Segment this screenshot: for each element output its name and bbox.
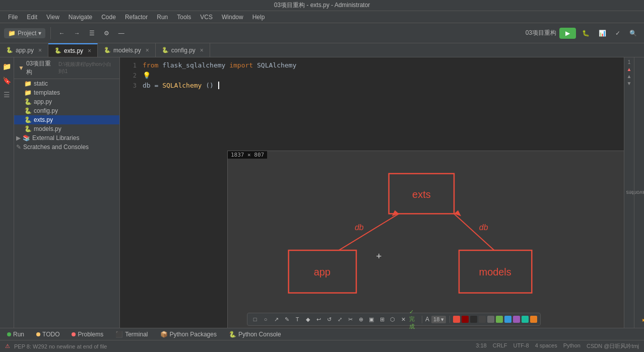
color-gray[interactable]: [479, 316, 486, 323]
settings-button[interactable]: ⚙: [101, 28, 112, 38]
pkg-icon: 📦: [160, 331, 168, 338]
code-content[interactable]: 1 from flask_sqlalchemy import SQLAlchem…: [120, 57, 624, 328]
menu-window[interactable]: Window: [218, 13, 247, 22]
indent[interactable]: 4 spaces: [535, 342, 557, 350]
db-label-left: db: [355, 223, 364, 232]
run-bottom-btn[interactable]: Run: [4, 330, 27, 339]
nav-up[interactable]: ▲: [627, 74, 632, 79]
code-line-1: 1 from flask_sqlalchemy import SQLAlchem…: [120, 61, 624, 72]
terminal-btn[interactable]: ⬛ Terminal: [112, 330, 151, 339]
menu-edit[interactable]: Edit: [23, 13, 41, 22]
toggle-button[interactable]: ☰: [86, 28, 98, 38]
line-content-2: 💡: [143, 72, 151, 82]
tree-models-py-label: models.py: [34, 125, 61, 132]
tool-shape[interactable]: ◆: [303, 315, 312, 324]
font-size-control: A 18 ▾: [422, 316, 446, 323]
project-badge[interactable]: 📁 Project ▾: [4, 28, 45, 38]
font-size-value[interactable]: 18 ▾: [431, 316, 446, 323]
menu-navigate[interactable]: Navigate: [65, 13, 96, 22]
menu-run[interactable]: Run: [153, 13, 172, 22]
tab-models-py[interactable]: 🐍 models.py ×: [98, 43, 156, 57]
tree-exts-py[interactable]: 🐍 exts.py: [14, 115, 119, 124]
menu-code[interactable]: Code: [97, 13, 120, 22]
coverage-button[interactable]: ✓: [612, 28, 623, 38]
toolbar-separator: [50, 27, 51, 39]
nav-down[interactable]: ▼: [627, 81, 632, 86]
run-button[interactable]: ▶: [559, 28, 576, 39]
project-folder-icon: ▼: [18, 64, 24, 72]
run-config: 03项目重构: [526, 29, 556, 37]
tool-hex[interactable]: ⬡: [388, 315, 397, 324]
menu-tools[interactable]: Tools: [173, 13, 195, 22]
tool-grid[interactable]: ▣: [367, 315, 376, 324]
color-green[interactable]: [496, 316, 503, 323]
tool-undo[interactable]: ↩: [314, 315, 323, 324]
menu-help[interactable]: Help: [248, 13, 269, 22]
tool-confirm[interactable]: ✓完成: [409, 315, 418, 324]
tool-cut[interactable]: ✂: [346, 315, 355, 324]
project-icon-sidebar[interactable]: 📁: [2, 61, 12, 72]
menu-view[interactable]: View: [42, 13, 63, 22]
color-purple[interactable]: [513, 316, 520, 323]
tree-static[interactable]: 📁 static: [14, 79, 119, 88]
tab-exts-py-close[interactable]: ×: [88, 47, 91, 54]
minus-button[interactable]: —: [115, 28, 127, 38]
tree-templates[interactable]: 📁 templates: [14, 88, 119, 97]
tab-exts-py[interactable]: 🐍 exts.py ×: [48, 43, 98, 57]
tab-app-py-close[interactable]: ×: [38, 47, 42, 54]
tool-rect[interactable]: □: [250, 315, 260, 324]
tab-models-py-close[interactable]: ×: [146, 47, 149, 54]
nav-back-button[interactable]: ←: [56, 28, 68, 38]
tool-close[interactable]: ✕: [399, 315, 408, 324]
project-label: Project ▾: [18, 30, 41, 37]
tool-circle[interactable]: ○: [261, 315, 270, 324]
line-ending[interactable]: CRLF: [493, 342, 507, 350]
tab-exts-py-label: exts.py: [64, 47, 83, 54]
search-btn[interactable]: 🔍: [626, 28, 640, 38]
color-orange[interactable]: [530, 316, 537, 323]
bookmarks-icon[interactable]: 🔖: [2, 76, 12, 86]
tool-arrow[interactable]: ↗: [272, 315, 281, 324]
tool-redo[interactable]: ↺: [325, 315, 334, 324]
tree-config-py[interactable]: 🐍 config.py: [14, 106, 119, 115]
color-darkgray[interactable]: [470, 316, 477, 323]
tree-external-libraries[interactable]: ▶ 📚 External Libraries: [14, 133, 119, 143]
tab-config-py-label: config.py: [171, 47, 196, 54]
tree-static-label: static: [34, 80, 48, 87]
menu-vcs[interactable]: VCS: [196, 13, 217, 22]
todo-btn[interactable]: TODO: [33, 330, 62, 339]
diagram-overlay[interactable]: 1837 × 807 exts app models db: [227, 151, 624, 328]
color-dark-red[interactable]: [462, 316, 469, 323]
tree-models-py[interactable]: 🐍 models.py: [14, 124, 119, 133]
position[interactable]: 3:18: [476, 342, 486, 350]
color-red[interactable]: [453, 316, 460, 323]
structure-icon[interactable]: ☰: [2, 90, 12, 100]
nav-forward-button[interactable]: →: [71, 28, 83, 38]
tool-add[interactable]: ⊕: [356, 315, 365, 324]
tree-scratches[interactable]: ✎ Scratches and Consoles: [14, 143, 119, 152]
tree-external-libraries-label: External Libraries: [32, 134, 79, 142]
language[interactable]: Python: [563, 342, 581, 350]
color-lightgray[interactable]: [487, 316, 494, 323]
color-blue[interactable]: [504, 316, 511, 323]
cross-cursor: +: [376, 250, 381, 261]
profile-button[interactable]: 📊: [596, 28, 609, 38]
tool-expand[interactable]: ⤢: [335, 315, 344, 324]
encoding[interactable]: UTF-8: [513, 342, 529, 350]
menu-file[interactable]: File: [4, 13, 22, 22]
line-num-3: 3: [120, 82, 143, 92]
debug-button[interactable]: 🐛: [579, 28, 593, 38]
project-name: 03项目重构: [26, 59, 54, 77]
color-teal[interactable]: [522, 316, 529, 323]
tool-text[interactable]: T: [293, 315, 302, 324]
tool-pen[interactable]: ✎: [282, 315, 291, 324]
python-console-btn[interactable]: 🐍 Python Console: [226, 330, 284, 339]
python-packages-btn[interactable]: 📦 Python Packages: [157, 330, 220, 339]
tab-config-py[interactable]: 🐍 config.py ×: [156, 43, 210, 57]
tab-config-py-close[interactable]: ×: [200, 47, 204, 54]
tree-app-py[interactable]: 🐍 app.py: [14, 97, 119, 106]
problems-btn[interactable]: Problems: [69, 330, 106, 339]
tool-table[interactable]: ⊞: [377, 315, 387, 324]
menu-refactor[interactable]: Refactor: [121, 13, 152, 22]
tab-app-py[interactable]: 🐍 app.py ×: [0, 43, 48, 57]
